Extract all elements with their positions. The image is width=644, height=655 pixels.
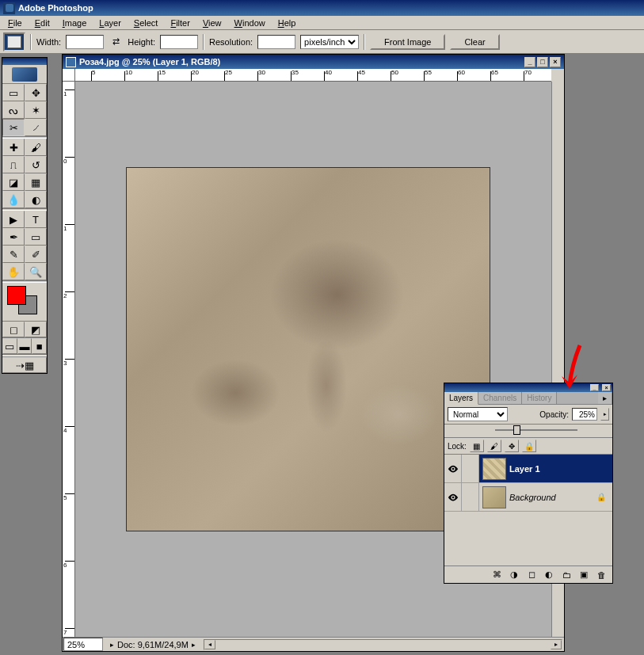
blend-mode-select[interactable]: Normal: [448, 407, 508, 421]
menu-layer[interactable]: Layer: [93, 17, 128, 29]
opacity-input[interactable]: [572, 408, 597, 421]
layer-name[interactable]: Layer 1: [509, 464, 612, 474]
width-input[interactable]: [66, 35, 104, 49]
healing-brush-tool[interactable]: ✚: [2, 139, 25, 156]
slice-tool[interactable]: ⟋: [25, 119, 47, 136]
clear-button[interactable]: Clear: [450, 34, 499, 50]
info-menu-icon[interactable]: ▸: [110, 641, 114, 649]
zoom-level-input[interactable]: 25%: [63, 638, 103, 651]
front-image-button[interactable]: Front Image: [370, 34, 445, 50]
height-input[interactable]: [160, 35, 198, 49]
app-title: Adobe Photoshop: [18, 3, 93, 13]
history-brush-tool[interactable]: ↺: [25, 156, 47, 173]
close-button[interactable]: ×: [550, 57, 561, 67]
brush-tool[interactable]: 🖌: [25, 139, 47, 156]
menu-image[interactable]: Image: [56, 17, 93, 29]
lock-label: Lock:: [448, 442, 467, 451]
document-titlebar[interactable]: Роза4.jpg @ 25% (Layer 1, RGB/8) _ □ ×: [63, 55, 564, 69]
height-label: Height:: [128, 37, 155, 47]
lock-transparency-button[interactable]: ▦: [470, 440, 484, 452]
link-layers-button[interactable]: ⌘: [489, 569, 505, 581]
gradient-tool[interactable]: ▦: [25, 173, 47, 191]
panel-minimize-button[interactable]: _: [590, 384, 599, 391]
panel-tabs: Layers Channels History ▸: [444, 392, 612, 405]
clone-stamp-tool[interactable]: ⎍: [2, 156, 25, 173]
marquee-tool[interactable]: ▭: [2, 84, 25, 101]
crop-tool[interactable]: ✂: [2, 119, 25, 136]
blur-tool[interactable]: 💧: [2, 191, 25, 208]
panel-titlebar[interactable]: _ ×: [444, 383, 612, 392]
ruler-origin[interactable]: [63, 69, 75, 82]
resolution-input[interactable]: [257, 35, 295, 49]
screen-full[interactable]: ■: [32, 338, 47, 354]
screen-full-menu[interactable]: ▬: [17, 338, 32, 354]
opacity-slider[interactable]: [495, 429, 577, 431]
minimize-button[interactable]: _: [524, 57, 535, 67]
lock-all-button[interactable]: 🔒: [522, 440, 536, 452]
menu-view[interactable]: View: [196, 17, 228, 29]
foreground-color[interactable]: [7, 286, 26, 305]
link-column[interactable]: [462, 455, 479, 482]
adjustment-layer-button[interactable]: ◐: [541, 569, 557, 581]
menu-file[interactable]: File: [2, 17, 29, 29]
shape-tool[interactable]: ▭: [25, 228, 47, 246]
opacity-slider-button[interactable]: ▸: [600, 408, 609, 421]
visibility-toggle[interactable]: [444, 455, 462, 482]
layer-row[interactable]: Layer 1: [444, 455, 612, 483]
toolbox-titlebar[interactable]: [2, 58, 47, 65]
lock-position-button[interactable]: ✥: [505, 440, 519, 452]
opacity-slider-thumb[interactable]: [513, 425, 520, 435]
notes-tool[interactable]: ✎: [2, 246, 25, 263]
menu-select[interactable]: Select: [128, 17, 165, 29]
doc-size-info[interactable]: ▸ Doc: 9,61M/24,9M ▸: [104, 640, 202, 649]
magic-wand-tool[interactable]: ✶: [25, 101, 47, 119]
layer-thumbnail[interactable]: [482, 486, 506, 508]
lasso-tool[interactable]: ᔓ: [2, 101, 25, 119]
new-layer-button[interactable]: ▣: [576, 569, 592, 581]
layer-thumbnail[interactable]: [482, 458, 506, 480]
swap-dimensions-icon[interactable]: ⇄: [109, 35, 123, 49]
maximize-button[interactable]: □: [537, 57, 548, 67]
resolution-units-select[interactable]: pixels/inch: [300, 35, 359, 49]
jump-to-imageready[interactable]: ⇢▦: [2, 357, 47, 373]
layer-row[interactable]: Background 🔒: [444, 483, 612, 512]
lock-pixels-button[interactable]: 🖌: [487, 440, 501, 452]
canvas-image[interactable]: [126, 167, 490, 531]
vertical-ruler[interactable]: 101234567: [63, 82, 75, 637]
scroll-right-button[interactable]: ▸: [551, 640, 562, 649]
path-select-tool[interactable]: ▶: [2, 211, 25, 228]
tab-channels[interactable]: Channels: [478, 392, 522, 404]
scroll-left-button[interactable]: ◂: [204, 640, 215, 649]
link-column[interactable]: [462, 483, 479, 511]
info-flyout-icon[interactable]: ▸: [192, 641, 196, 649]
current-tool-preset[interactable]: [3, 32, 25, 51]
panel-close-button[interactable]: ×: [602, 384, 611, 391]
quickmask-mode[interactable]: ◩: [25, 322, 47, 337]
panel-menu-button[interactable]: ▸: [598, 392, 612, 404]
standard-mode[interactable]: ◻: [2, 322, 25, 337]
group-button[interactable]: 🗀: [558, 569, 574, 581]
tab-history[interactable]: History: [522, 392, 557, 404]
eyedropper-tool[interactable]: ✐: [25, 246, 47, 263]
tab-layers[interactable]: Layers: [444, 392, 478, 405]
pen-tool[interactable]: ✒: [2, 228, 25, 246]
menu-filter[interactable]: Filter: [164, 17, 196, 29]
move-tool[interactable]: ✥: [25, 84, 47, 101]
horizontal-scrollbar[interactable]: ◂ ▸: [204, 639, 562, 650]
menu-window[interactable]: Window: [228, 17, 272, 29]
zoom-tool[interactable]: 🔍: [25, 263, 47, 280]
screen-standard[interactable]: ▭: [2, 338, 17, 354]
separator: [30, 34, 32, 50]
eraser-tool[interactable]: ◪: [2, 173, 25, 191]
layer-style-button[interactable]: ◑: [506, 569, 522, 581]
dodge-tool[interactable]: ◐: [25, 191, 47, 208]
horizontal-ruler[interactable]: 510152025303540455055606570: [75, 69, 551, 82]
visibility-toggle[interactable]: [444, 483, 462, 511]
layer-name[interactable]: Background: [509, 493, 596, 502]
delete-layer-button[interactable]: 🗑: [593, 569, 609, 581]
layer-mask-button[interactable]: ◻: [524, 569, 539, 581]
hand-tool[interactable]: ✋: [2, 263, 25, 280]
menu-help[interactable]: Help: [272, 17, 303, 29]
type-tool[interactable]: T: [25, 211, 47, 228]
menu-edit[interactable]: Edit: [29, 17, 56, 29]
